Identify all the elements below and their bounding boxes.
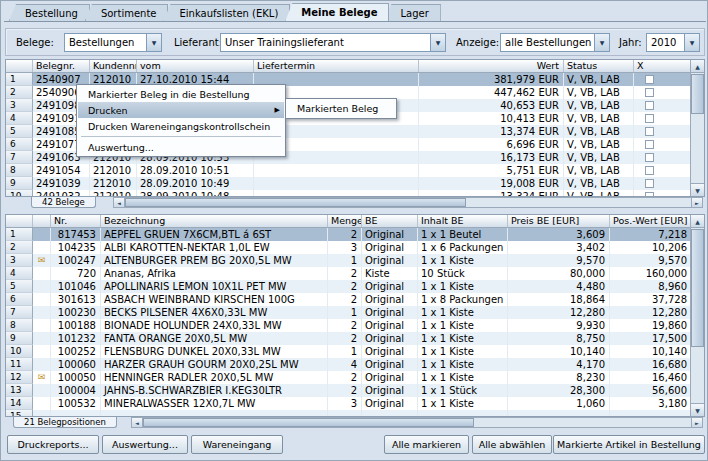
cell-menge[interactable]: 1: [328, 345, 362, 358]
cell-icon[interactable]: [33, 345, 51, 358]
menu-item-markierter-beleg-in-die-bestellung[interactable]: Markierter Beleg in die Bestellung: [78, 86, 284, 102]
column-header-be[interactable]: BE: [362, 215, 418, 227]
tab-sortimente[interactable]: Sortimente: [85, 4, 169, 21]
position-row[interactable]: 12✉100050HENNINGER RADLER 20X0,5L MW2Ori…: [6, 371, 690, 384]
cell-preis[interactable]: 1,060: [508, 397, 610, 410]
cell-x[interactable]: [634, 177, 690, 190]
cell-poswert[interactable]: 8,960: [610, 280, 690, 293]
cell-preis[interactable]: 3,609: [508, 228, 610, 241]
scroll-down-icon[interactable]: ▼: [691, 183, 704, 196]
cell-x[interactable]: [634, 151, 690, 164]
cell-x[interactable]: [634, 86, 690, 99]
cell-wert[interactable]: 40,653 EUR: [419, 99, 564, 112]
column-header-pos-wert-eur[interactable]: Pos.-Wert [EUR]: [610, 215, 692, 227]
beleg-row[interactable]: 9249103921201028.09.2010 10:4919,008 EUR…: [6, 177, 690, 190]
beleg-hscrollbar[interactable]: ◄ ►: [113, 197, 703, 208]
position-row[interactable]: 7100230BECKS PILSENER 4X6X0,33L MW1Origi…: [6, 306, 690, 319]
cell-icon[interactable]: [33, 306, 51, 319]
cell-kundennr[interactable]: 212010: [90, 177, 137, 190]
cell-icon[interactable]: [33, 384, 51, 397]
cell-status[interactable]: V, VB, LAB: [564, 190, 634, 196]
column-header-blank[interactable]: [33, 215, 51, 227]
cell-bezeichnung[interactable]: BIONADE HOLUNDER 24X0,33L MW: [101, 319, 328, 332]
beleg-count-tab[interactable]: 42 Belege: [31, 197, 96, 208]
cell-menge[interactable]: 2: [328, 267, 362, 280]
cell-poswert[interactable]: 16,680: [610, 358, 690, 371]
cell-liefertermin[interactable]: [254, 190, 419, 196]
cell-icon[interactable]: [33, 267, 51, 280]
cell-icon[interactable]: [33, 410, 51, 416]
cell-bezeichnung[interactable]: ALTENBURGER PREM BG 20X0,5L MW: [101, 254, 328, 267]
cell-menge[interactable]: 2: [328, 280, 362, 293]
position-hscroll-track[interactable]: [474, 418, 691, 427]
cell-wert[interactable]: 13,374 EUR: [419, 125, 564, 138]
cell-be[interactable]: Original: [362, 228, 418, 241]
column-header-blank[interactable]: [6, 60, 33, 72]
cell-status[interactable]: V, VB, LAB: [564, 151, 634, 164]
beleg-hscroll-thumb[interactable]: [125, 198, 466, 207]
cell-menge[interactable]: [328, 410, 362, 416]
cell-bezeichnung[interactable]: [101, 410, 328, 416]
column-header-status[interactable]: Status: [564, 60, 634, 72]
checkbox[interactable]: [645, 114, 654, 123]
cell-wert[interactable]: 381,979 EUR: [419, 73, 564, 86]
checkbox[interactable]: [645, 192, 654, 196]
cell-be[interactable]: Original: [362, 345, 418, 358]
cell-nr[interactable]: 100004: [51, 384, 101, 397]
button-alle-markieren[interactable]: Alle markieren: [384, 435, 469, 454]
cell-poswert[interactable]: 160,000: [610, 267, 690, 280]
cell-bezeichnung[interactable]: FANTA ORANGE 20X0,5L MW: [101, 332, 328, 345]
cell-nr[interactable]: 100050: [51, 371, 101, 384]
cell-icon[interactable]: ✉: [33, 254, 51, 267]
cell-nr[interactable]: 100230: [51, 306, 101, 319]
cell-be[interactable]: Original: [362, 332, 418, 345]
cell-wert[interactable]: 16,173 EUR: [419, 151, 564, 164]
cell-be[interactable]: Original: [362, 280, 418, 293]
scroll-right-icon[interactable]: ►: [691, 198, 702, 207]
cell-be[interactable]: Original: [362, 254, 418, 267]
dropdown-arrow-icon[interactable]: ▼: [146, 34, 161, 51]
cell-be[interactable]: Original: [362, 319, 418, 332]
position-count-tab[interactable]: 21 Belegpositionen: [13, 417, 117, 428]
cell-x[interactable]: [634, 73, 690, 86]
cell-inhalt[interactable]: 1 x 1 Kiste: [418, 306, 508, 319]
cell-status[interactable]: V, VB, LAB: [564, 164, 634, 177]
cell-kundennr[interactable]: 212010: [90, 190, 137, 196]
cell-status[interactable]: V, VB, LAB: [564, 112, 634, 125]
checkbox[interactable]: [645, 101, 654, 110]
cell-poswert[interactable]: 9,570: [610, 254, 690, 267]
cell-be[interactable]: Original: [362, 371, 418, 384]
cell-inhalt[interactable]: 1 x 1 Stück: [418, 384, 508, 397]
menu-item-drucken-wareneingangskontrollschein[interactable]: Drucken Wareneingangskontrollschein: [78, 118, 284, 134]
cell-status[interactable]: V, VB, LAB: [564, 86, 634, 99]
jahr-combo[interactable]: 2010 ▼: [646, 33, 700, 52]
beleg-vscroll-thumb[interactable]: [691, 74, 704, 114]
cell-nr[interactable]: 720: [51, 267, 101, 280]
cell-be[interactable]: Original: [362, 241, 418, 254]
cell-bezeichnung[interactable]: ALBI KAROTTEN-NEKTAR 1,0L EW: [101, 241, 328, 254]
tab-lager[interactable]: Lager: [384, 4, 440, 21]
position-row[interactable]: 15: [6, 410, 690, 416]
checkbox[interactable]: [645, 179, 654, 188]
cell-x[interactable]: [634, 99, 690, 112]
tab-meine-belege[interactable]: Meine Belege: [285, 3, 389, 21]
cell-nr[interactable]: 301613: [51, 293, 101, 306]
cell-be[interactable]: Original: [362, 293, 418, 306]
scroll-up-icon[interactable]: ▲: [691, 60, 704, 73]
cell-inhalt[interactable]: 1 x 1 Kiste: [418, 371, 508, 384]
cell-liefertermin[interactable]: [254, 164, 419, 177]
cell-preis[interactable]: 8,750: [508, 332, 610, 345]
cell-be[interactable]: Original: [362, 306, 418, 319]
column-header-kundennr[interactable]: Kundennr.: [90, 60, 137, 72]
cell-be[interactable]: Original: [362, 358, 418, 371]
column-header-blank[interactable]: [6, 215, 33, 227]
cell-nr[interactable]: 104235: [51, 241, 101, 254]
cell-preis[interactable]: 12,280: [508, 306, 610, 319]
cell-bezeichnung[interactable]: Ananas, Afrika: [101, 267, 328, 280]
cell-bezeichnung[interactable]: FLENSBURG DUNKEL 20X0,33L MW: [101, 345, 328, 358]
cell-wert[interactable]: 10,413 EUR: [419, 112, 564, 125]
cell-inhalt[interactable]: 1 x 1 Kiste: [418, 280, 508, 293]
button-druckreports[interactable]: Druckreports...: [7, 435, 99, 454]
cell-inhalt[interactable]: 1 x 6 Packungen: [418, 241, 508, 254]
menu-item-drucken[interactable]: Drucken▶: [78, 102, 284, 118]
